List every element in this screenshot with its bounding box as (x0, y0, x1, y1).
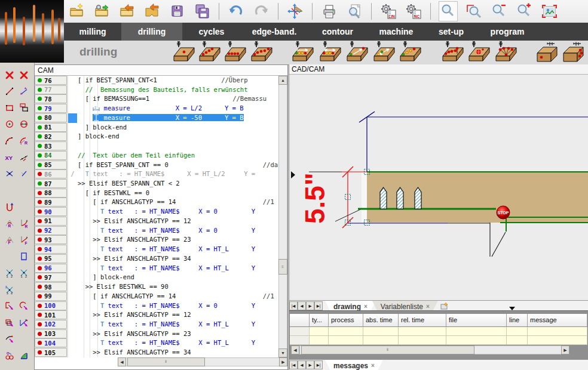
tab-program[interactable]: program (477, 23, 537, 41)
tab-edgeband[interactable]: edge-band. (241, 23, 308, 41)
column-header-message[interactable]: message (528, 314, 587, 327)
messages-nav-last-button[interactable]: ▶| (314, 360, 323, 369)
code-line-96[interactable]: T text : = HT_NAME$ X = HT_L Y (78, 264, 279, 273)
drill-vertical-row-icon[interactable] (223, 41, 246, 64)
code-scroll-left-button[interactable]: ◀ (118, 357, 126, 366)
line-number-80[interactable]: 80 (35, 113, 67, 122)
delete-element-icon[interactable] (19, 70, 31, 82)
redo-icon[interactable] (252, 2, 270, 21)
move-arc-icon[interactable] (5, 334, 17, 346)
messages-hscroll-thumb[interactable]: ⫴ (301, 346, 474, 354)
new-program-icon[interactable] (68, 2, 85, 21)
line-number-89[interactable]: 89 (35, 198, 67, 206)
line-number-97[interactable]: 97 (35, 273, 67, 282)
drill-fan-icon[interactable] (494, 41, 517, 64)
code-scroll-down-button[interactable]: ▼ (278, 349, 287, 357)
trim-12-icon[interactable]: 12 (5, 268, 17, 280)
drill-row-arrow-icon[interactable] (291, 41, 314, 64)
line-number-91[interactable]: 91 (35, 217, 67, 226)
line-number-103[interactable]: 103 (35, 329, 67, 338)
zoom-out-icon[interactable] (490, 2, 508, 21)
line-number-81[interactable]: 81 (35, 123, 67, 132)
drill-diagonal-arrow-icon[interactable] (345, 41, 368, 64)
code-line-103[interactable]: >> Elsif ANSCHLAGTYP == 23 (78, 329, 279, 339)
column-header-abs.time[interactable]: abs. time (363, 314, 399, 327)
drill-horizontal-multi-icon[interactable] (562, 41, 584, 64)
line-number-92[interactable]: 92 (35, 226, 67, 235)
column-header-line[interactable]: line (507, 314, 528, 327)
trim-12b-icon[interactable]: 12 (19, 268, 31, 280)
drill-vertical-diagonal-icon[interactable] (198, 41, 220, 64)
code-line-90[interactable]: T text : = HT_NAME$ X = 0 Y (78, 207, 279, 217)
line-number-93[interactable]: 93 (35, 235, 67, 244)
cad-drawing[interactable]: 5.5" STOP (291, 75, 588, 300)
column-header-ty...[interactable]: ty... (310, 314, 329, 327)
code-line-83[interactable] (78, 141, 279, 151)
code-line-99[interactable]: [ if ANSCHLAGTYP == 14 //1 (78, 292, 279, 301)
tab-drilling[interactable]: drilling (121, 23, 182, 41)
tab-contour[interactable]: contour (308, 23, 368, 41)
copy-region-icon[interactable] (5, 318, 17, 330)
open-program-icon[interactable] (93, 2, 111, 21)
code-line-97[interactable]: ] block-end (78, 273, 279, 282)
zoom-fit-icon[interactable] (540, 2, 558, 21)
code-line-95[interactable]: >> Elsif ANSCHLAGTYP == 34 (78, 254, 279, 264)
draw-circle-icon[interactable] (5, 119, 17, 131)
code-line-81[interactable]: ] block-end (78, 123, 279, 132)
draw-line-icon[interactable] (5, 87, 17, 98)
move-line-icon[interactable] (19, 87, 31, 98)
drawing-nav-next-button[interactable]: ▶ (306, 301, 314, 310)
intersect-icon[interactable] (5, 169, 17, 181)
code-line-93[interactable]: >> Elsif ANSCHLAGTYP == 23 (78, 235, 279, 245)
code-vscrollbar[interactable] (278, 76, 287, 357)
circle-diameter-icon[interactable] (19, 119, 31, 131)
zoom-icon[interactable] (439, 1, 458, 21)
close-tab-icon[interactable]: × (426, 303, 430, 310)
code-line-77[interactable]: // Bemassung des Bauteils, falls erwünsc… (78, 85, 279, 95)
drill-diagonal-dots-icon[interactable] (399, 41, 421, 64)
line-number-88[interactable]: 88 (35, 189, 67, 198)
message-row[interactable] (290, 327, 588, 336)
column-header-process[interactable]: process (329, 314, 363, 327)
code-line-80[interactable]: measure X = -50 Y = B (78, 113, 279, 123)
delete-all-icon[interactable] (5, 70, 17, 82)
drawing-nav-first-button[interactable]: |◀ (289, 301, 298, 310)
line-number-105[interactable]: 105 (35, 348, 67, 357)
code-line-98[interactable]: >> Elsif BESTWKL == 90 (78, 282, 279, 292)
print-icon[interactable] (320, 2, 338, 21)
line-short-icon[interactable] (19, 169, 31, 181)
code-line-91[interactable]: >> Elsif ANSCHLAGTYP == 12 (78, 217, 279, 226)
draw-rect-icon[interactable] (5, 103, 17, 115)
drill-row-double-arrow-icon[interactable] (318, 41, 341, 64)
tab-milling[interactable]: milling (64, 23, 121, 41)
square-tool-icon[interactable] (19, 252, 31, 264)
line-number-96[interactable]: 96 (35, 264, 67, 273)
import-program-icon[interactable] (118, 2, 136, 21)
fillet-radius-icon[interactable]: R (5, 218, 17, 230)
code-scroll-up-button[interactable]: ▲ (278, 76, 287, 85)
delete-rect-region-icon[interactable] (5, 301, 17, 313)
generate-lin-icon[interactable]: LIN (379, 2, 397, 21)
splitter-notch[interactable] (509, 307, 515, 310)
messages-nav-prev-button[interactable]: ◀ (298, 360, 306, 369)
move-modify-icon[interactable] (286, 2, 304, 21)
code-scroll-right-button[interactable]: ▶ (279, 357, 287, 366)
generate-nc-icon[interactable]: NC (405, 2, 422, 21)
code-line-76[interactable]: [ if BEST_SPANN_CNT<1 //Überp (78, 76, 279, 85)
zoom-in-icon[interactable] (515, 2, 533, 21)
save-all-icon[interactable] (193, 2, 211, 21)
code-editor[interactable]: [ if BEST_SPANN_CNT<1 //Überp // Bemassu… (78, 76, 279, 357)
line-number-79[interactable]: 79 (35, 104, 67, 113)
code-line-82[interactable]: ] block-end (78, 132, 279, 141)
line-number-82[interactable]: 82 (35, 132, 67, 141)
insert-component-icon[interactable] (143, 2, 161, 21)
code-line-87[interactable]: >> Elsif BEST_SPANN_CNT < 2 (78, 179, 279, 189)
drill-diagonal-double-arrow-icon[interactable] (372, 41, 395, 64)
line-number-85[interactable]: 85 (35, 161, 67, 169)
column-header-selector[interactable] (290, 314, 310, 327)
line-number-90[interactable]: 90 (35, 207, 67, 216)
close-tab-icon[interactable]: × (371, 362, 375, 369)
chamfer-icon[interactable]: F (5, 235, 17, 247)
line-number-98[interactable]: 98 (35, 282, 67, 291)
drill-center-plus-icon[interactable] (467, 41, 490, 64)
